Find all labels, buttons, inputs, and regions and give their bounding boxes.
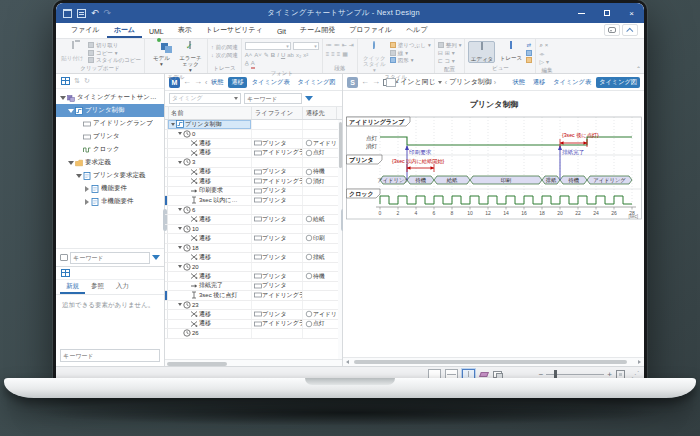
table-row[interactable]: 26	[165, 329, 342, 339]
list-buttons[interactable]: ≔≕⇤⇥	[326, 42, 354, 49]
tree-item-0[interactable]: タイミングチャートサンプル	[56, 91, 164, 104]
zoom-slider[interactable]	[546, 374, 604, 375]
tree-item-8[interactable]: 非機能要件	[56, 195, 164, 208]
timing-diagram-canvas[interactable]: プリンタ制御アイドリングランプ点灯消灯プリンタアイドリング待機給紙印刷排紙待機ア…	[343, 91, 644, 357]
table-row[interactable]: 遷移プリンタ給紙	[165, 215, 342, 225]
column-header-2[interactable]: 遷移先	[303, 107, 337, 119]
table-row[interactable]: 遷移プリンタ排紙	[165, 253, 342, 263]
expander-closed-icon[interactable]	[83, 199, 90, 205]
table-row[interactable]: 3sec 後に点灯アイドリングランプ	[165, 291, 342, 301]
tab-状態[interactable]: 状態	[510, 77, 528, 88]
refresh-button[interactable]: ⇄	[526, 42, 532, 48]
diagram-horizontal-scrollbar[interactable]	[343, 357, 644, 366]
line-button[interactable]: 線 ▾	[390, 50, 431, 56]
type-filter-select[interactable]: タイミング	[169, 93, 241, 104]
table-row[interactable]: 遷移アイドリングランプ消灯	[165, 177, 342, 187]
add-panel-tab-1[interactable]: 参照	[85, 280, 110, 294]
prev-relation-button[interactable]: ↑前の関連	[211, 44, 238, 50]
table-row[interactable]: 遷移プリンタ待機	[165, 272, 342, 282]
split-view-button[interactable]	[526, 50, 532, 56]
table-row[interactable]: 遷移プリンタ印刷	[165, 234, 342, 244]
fill-button[interactable]: 塗りつぶし ▾	[390, 42, 431, 48]
add-panel-search-input[interactable]	[61, 353, 159, 359]
menu-tab-3[interactable]: 表示	[171, 23, 199, 38]
error-check-button[interactable]: エラーチェック▾	[177, 41, 204, 73]
tree-item-5[interactable]: 要求定義	[56, 156, 164, 169]
paste-button[interactable]: 貼り付け	[59, 41, 86, 61]
feedback-button[interactable]	[604, 24, 620, 36]
select-button[interactable]: ▷▾	[539, 59, 549, 66]
table-row[interactable]: 23	[165, 301, 342, 311]
model-button[interactable]: モデル▾	[148, 41, 175, 67]
tree-item-4[interactable]: クロック	[56, 143, 164, 156]
tree-item-2[interactable]: アイドリングランプ	[56, 117, 164, 130]
table-row[interactable]: 遷移アイドリングランプ点灯	[165, 320, 342, 330]
scroll-left-icon[interactable]	[343, 360, 352, 364]
table-row[interactable]: 遷移アイドリングランプ点灯	[165, 149, 342, 159]
table-row[interactable]: 遷移プリンタアイドリング	[165, 139, 342, 149]
font-family-select[interactable]: ▾	[245, 42, 291, 50]
redo-icon[interactable]: ↷	[104, 9, 112, 18]
trace-view-button[interactable]: トレース	[497, 41, 524, 61]
table-horizontal-scrollbar[interactable]	[165, 359, 342, 366]
tree-item-7[interactable]: 機能要件	[56, 182, 164, 195]
expander-open-icon[interactable]	[59, 96, 66, 100]
tab-タイミング図[interactable]: タイミング図	[596, 77, 640, 88]
filter-icon[interactable]	[152, 255, 160, 260]
menu-tab-1[interactable]: ホーム	[107, 23, 142, 38]
tree-item-1[interactable]: プリンタ制御	[56, 104, 164, 117]
tab-タイミング表[interactable]: タイミング表	[550, 77, 594, 88]
ribbon-collapse-chevron[interactable]: ⌃	[636, 65, 641, 72]
format-painter-button[interactable]	[526, 57, 532, 63]
menu-tab-0[interactable]: ファイル	[64, 23, 107, 38]
menu-tab-8[interactable]: ヘルプ	[399, 23, 435, 38]
next-relation-button[interactable]: ↓次の関連	[211, 52, 238, 58]
expander-closed-icon[interactable]	[83, 186, 90, 192]
editor-view-button[interactable]: エディタ	[468, 41, 495, 63]
table-row[interactable]: 0	[165, 130, 342, 140]
tab-状態[interactable]: 状態	[208, 77, 226, 88]
font-color-buttons[interactable]: A̲A	[245, 60, 319, 69]
tree-item-6[interactable]: プリンタ要求定義	[56, 169, 164, 182]
undo-icon[interactable]: ↶	[91, 9, 99, 18]
tree-item-3[interactable]: プリンタ	[56, 130, 164, 143]
replace-button[interactable]: ⌯	[539, 51, 549, 58]
font-size-select[interactable]: ▾	[293, 42, 319, 50]
close-button[interactable]: ×	[619, 3, 644, 23]
table-search-input[interactable]	[244, 93, 302, 104]
column-header-1[interactable]: ライフライン	[252, 107, 303, 119]
menu-tab-2[interactable]: UML	[142, 26, 171, 38]
table-row[interactable]: 20	[165, 263, 342, 273]
quick-style-button[interactable]: クイックスタイル▾	[361, 41, 388, 73]
menu-tab-6[interactable]: チーム開発	[293, 23, 342, 38]
menu-tab-4[interactable]: トレーサビリティ	[199, 23, 270, 38]
order-buttons[interactable]: ⊏⊐▾	[438, 58, 462, 65]
table-row[interactable]: 印刷要求プリンタ	[165, 187, 342, 197]
zoom-slider-thumb[interactable]	[554, 370, 557, 378]
table-row[interactable]: 遷移プリンタアイドリング	[165, 310, 342, 320]
expander-open-icon[interactable]	[67, 109, 74, 113]
add-panel-icon[interactable]	[61, 269, 70, 277]
search-scope-icon[interactable]	[60, 254, 68, 261]
table-filter-icon[interactable]	[305, 96, 313, 101]
table-row[interactable]: 3sec 以内に…プリンタ	[165, 196, 342, 206]
breadcrumb-next-icon[interactable]: ›	[494, 79, 496, 86]
expander-open-icon[interactable]	[67, 161, 74, 165]
title-bar[interactable]: ↶ ↷ タイミングチャートサンプル - Next Design ×	[56, 3, 644, 23]
cut-button[interactable]: 切り取り	[88, 42, 141, 48]
menu-tab-5[interactable]: Git	[270, 26, 293, 38]
breadcrumb-prev-icon[interactable]: ‹	[445, 79, 447, 86]
menu-tab-7[interactable]: プロファイル	[342, 23, 399, 38]
add-panel-tab-2[interactable]: 入力	[110, 280, 135, 294]
add-panel-tab-0[interactable]: 新規	[60, 280, 85, 294]
table-row[interactable]: 排紙完了プリンタ	[165, 282, 342, 292]
copy-button[interactable]: コピー ▾	[88, 50, 141, 56]
scroll-right-icon[interactable]	[635, 360, 644, 364]
refresh-tree-icon[interactable]: ↻	[84, 77, 90, 85]
sync-selection-icon[interactable]: ⇅	[74, 77, 80, 85]
collapse-ribbon-button[interactable]	[622, 24, 638, 36]
find-button[interactable]: ⌕×	[539, 42, 549, 49]
align-buttons[interactable]: ≡≡≡▦	[326, 51, 354, 58]
shape-button[interactable]: 図形 ▾	[390, 57, 431, 63]
table-row[interactable]: 10	[165, 225, 342, 235]
